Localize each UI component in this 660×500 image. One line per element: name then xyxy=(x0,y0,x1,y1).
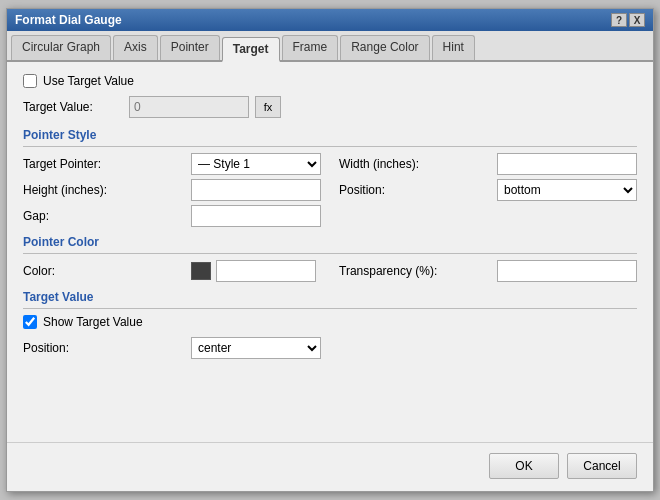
pointer-style-separator xyxy=(23,146,637,147)
target-value-input[interactable] xyxy=(129,96,249,118)
target-value-section-label: Target Value xyxy=(23,290,637,304)
height-input[interactable]: 0 xyxy=(191,179,321,201)
position2-form: Position: center top bottom left right xyxy=(23,337,637,359)
transparency-label: Transparency (%): xyxy=(339,264,489,278)
gap-label: Gap: xyxy=(23,209,183,223)
height-label: Height (inches): xyxy=(23,183,183,197)
color-label: Color: xyxy=(23,264,183,278)
tab-bar: Circular Graph Axis Pointer Target Frame… xyxy=(7,31,653,62)
width-label: Width (inches): xyxy=(339,157,489,171)
title-bar-buttons: ? X xyxy=(611,13,645,27)
target-value-label: Target Value: xyxy=(23,100,123,114)
color-form: Color: #3f3f3f Transparency (%): 0 xyxy=(23,260,637,282)
gap-input[interactable]: 0 xyxy=(191,205,321,227)
show-target-row: Show Target Value xyxy=(23,315,637,329)
position2-label: Position: xyxy=(23,341,183,355)
dialog-title: Format Dial Gauge xyxy=(15,13,122,27)
tab-circular-graph[interactable]: Circular Graph xyxy=(11,35,111,60)
transparency-input[interactable]: 0 xyxy=(497,260,637,282)
tab-pointer[interactable]: Pointer xyxy=(160,35,220,60)
dialog: Format Dial Gauge ? X Circular Graph Axi… xyxy=(6,8,654,492)
target-value-separator xyxy=(23,308,637,309)
pointer-style-form: Target Pointer: — Style 1 — Style 2 — St… xyxy=(23,153,637,175)
target-pointer-select[interactable]: — Style 1 — Style 2 — Style 3 xyxy=(191,153,321,175)
position2-select-wrapper: center top bottom left right xyxy=(191,337,637,359)
use-target-row: Use Target Value xyxy=(23,74,637,88)
close-button[interactable]: X xyxy=(629,13,645,27)
tab-axis[interactable]: Axis xyxy=(113,35,158,60)
height-position-form: Height (inches): 0 Position: bottom top … xyxy=(23,179,637,201)
fx-button[interactable]: fx xyxy=(255,96,281,118)
tab-frame[interactable]: Frame xyxy=(282,35,339,60)
tab-target[interactable]: Target xyxy=(222,37,280,62)
target-pointer-label: Target Pointer: xyxy=(23,157,183,171)
pointer-color-separator xyxy=(23,253,637,254)
help-button[interactable]: ? xyxy=(611,13,627,27)
tab-content: Use Target Value Target Value: fx Pointe… xyxy=(7,62,653,442)
position-label: Position: xyxy=(339,183,489,197)
buttons-row: OK Cancel xyxy=(7,442,653,491)
ok-button[interactable]: OK xyxy=(489,453,559,479)
color-swatch[interactable] xyxy=(191,262,211,280)
show-target-label: Show Target Value xyxy=(43,315,143,329)
gap-form: Gap: 0 xyxy=(23,205,637,227)
pointer-color-section-label: Pointer Color xyxy=(23,235,637,249)
color-row: #3f3f3f xyxy=(191,260,331,282)
cancel-button[interactable]: Cancel xyxy=(567,453,637,479)
tab-range-color[interactable]: Range Color xyxy=(340,35,429,60)
tab-hint[interactable]: Hint xyxy=(432,35,475,60)
pointer-style-section-label: Pointer Style xyxy=(23,128,637,142)
color-input[interactable]: #3f3f3f xyxy=(216,260,316,282)
target-pointer-select-wrapper: — Style 1 — Style 2 — Style 3 xyxy=(191,153,331,175)
target-value-row: Target Value: fx xyxy=(23,96,637,118)
show-target-checkbox[interactable] xyxy=(23,315,37,329)
use-target-checkbox[interactable] xyxy=(23,74,37,88)
position2-select[interactable]: center top bottom left right xyxy=(191,337,321,359)
position-select[interactable]: bottom top left right xyxy=(497,179,637,201)
width-input[interactable]: 0 xyxy=(497,153,637,175)
title-bar: Format Dial Gauge ? X xyxy=(7,9,653,31)
use-target-label: Use Target Value xyxy=(43,74,134,88)
